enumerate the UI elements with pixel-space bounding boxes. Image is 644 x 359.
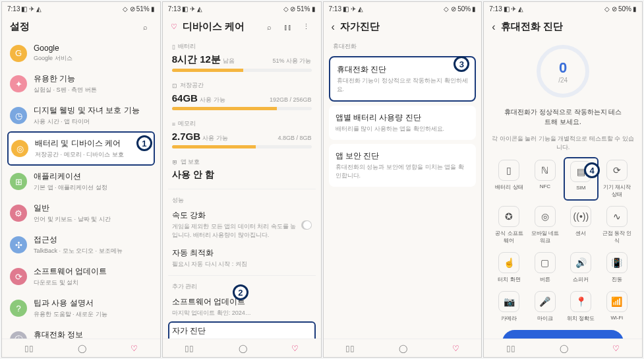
settings-item-sub: 저장공간 · 메모리 · 디바이스 보호 bbox=[35, 150, 151, 159]
diag-icon-label: 센서 bbox=[575, 230, 586, 237]
search-icon[interactable]: ⌕ bbox=[263, 23, 276, 31]
callout-2: 2 bbox=[233, 284, 249, 300]
header: ‹ 자가진단 bbox=[324, 15, 482, 38]
settings-item[interactable]: ◷디지털 웰빙 및 자녀 보호 기능사용 시간 · 앱 타이머 bbox=[7, 100, 155, 131]
settings-item-sub: Google 서비스 bbox=[34, 54, 152, 63]
back-icon[interactable]: ‹ bbox=[492, 21, 495, 33]
settings-item-icon: ◎ bbox=[11, 140, 28, 157]
nav-recent-icon[interactable]: ▯▯ bbox=[345, 344, 355, 353]
diag-icon-label: 근접 동작 인식 bbox=[601, 230, 633, 244]
settings-item-sub: 기본 앱 · 애플리케이션 설정 bbox=[34, 183, 152, 192]
settings-item[interactable]: ⟳소프트웨어 업데이트다운로드 및 설치 bbox=[7, 261, 155, 292]
diag-icon-cell[interactable]: ∿근접 동작 인식 bbox=[600, 203, 634, 247]
diag-icon-label: 배터리 상태 bbox=[495, 183, 523, 191]
status-battery: 51% bbox=[136, 5, 150, 13]
nav-home-icon[interactable]: ◯ bbox=[399, 344, 407, 353]
start-all-button[interactable]: 전체 진단 시작 bbox=[502, 330, 624, 339]
navbar: ▯▯ ◯ ♡ bbox=[163, 339, 321, 357]
settings-item[interactable]: ✣접근성TalkBack · 모노 오디오 · 보조메뉴 bbox=[7, 229, 155, 261]
nav-back-icon[interactable]: ♡ bbox=[291, 344, 299, 353]
diag-icon-label: 카메라 bbox=[501, 315, 517, 322]
nav-recent-icon[interactable]: ▯▯ bbox=[506, 344, 515, 353]
settings-item-icon: ⊞ bbox=[10, 173, 27, 190]
nav-home-icon[interactable]: ◯ bbox=[560, 344, 568, 353]
diag-icon-cell[interactable]: ☝터치 화면 bbox=[492, 249, 526, 286]
settings-item-label: 팁과 사용 설명서 bbox=[34, 298, 152, 309]
navbar: ▯▯ ◯ ♡ bbox=[324, 339, 482, 357]
settings-item[interactable]: ◎배터리 및 디바이스 케어저장공간 · 메모리 · 디바이스 보호 bbox=[7, 131, 155, 166]
search-icon[interactable]: ⌕ bbox=[139, 23, 152, 31]
settings-item[interactable]: ⊞애플리케이션기본 앱 · 애플리케이션 설정 bbox=[7, 166, 155, 197]
diag-icon-cell[interactable]: 📳진동 bbox=[600, 249, 634, 286]
diag-icon-cell[interactable]: ✪공식 소프트웨어 bbox=[492, 203, 526, 247]
diag-icon-cell[interactable]: 🔊스피커 bbox=[564, 249, 598, 286]
diag-app-security[interactable]: 앱 보안 진단 휴대전화의 성능과 보안에 영향을 미치는 앱을 확인합니다. bbox=[329, 144, 477, 187]
settings-item-icon: ✦ bbox=[10, 75, 27, 92]
header: ‹ 휴대전화 진단 bbox=[484, 15, 642, 38]
settings-item[interactable]: ⚙일반언어 및 키보드 · 날짜 및 시간 bbox=[7, 197, 155, 229]
diag-glyph-icon: 🔊 bbox=[570, 252, 591, 273]
settings-item[interactable]: ?팁과 사용 설명서유용한 도움말 · 새로운 기능 bbox=[7, 292, 155, 324]
screen-settings: 7:13 ◧ ✈ ◭ ◇ ⊘ 51% ▮ 설정 ⌕ GGoogleGoogle … bbox=[1, 1, 161, 358]
diag-glyph-icon: ☝ bbox=[498, 252, 519, 273]
metric-memory[interactable]: 2.7GB 사용 가능 4.8GB / 8GB bbox=[168, 129, 316, 154]
metric-protect[interactable]: 사용 안 함 bbox=[168, 168, 316, 186]
page-title: 설정 bbox=[10, 20, 134, 33]
settings-item-icon: ◷ bbox=[10, 107, 27, 124]
settings-item[interactable]: ⓘ휴대전화 정보상태 · 법률 정보 · 휴대전화 이름 bbox=[7, 324, 155, 339]
nav-recent-icon[interactable]: ▯▯ bbox=[24, 344, 34, 353]
nav-back-icon[interactable]: ♡ bbox=[452, 344, 459, 353]
diag-icon-cell[interactable]: 📍위치 정확도 bbox=[564, 288, 598, 325]
section-memory: ≡ 메모리 bbox=[168, 115, 316, 129]
header: ♡ 디바이스 케어 ⌕ ⫿⫿ ⋮ bbox=[163, 15, 321, 38]
settings-item-sub: 유용한 도움말 · 새로운 기능 bbox=[34, 310, 152, 319]
diag-glyph-icon: 🎤 bbox=[535, 291, 556, 312]
diag-glyph-icon: ◎ bbox=[535, 206, 556, 227]
status-time: 7:13 bbox=[7, 5, 20, 13]
diag-icon-cell[interactable]: 📶Wi-Fi bbox=[600, 288, 634, 325]
settings-item-sub: 다운로드 및 설치 bbox=[34, 278, 152, 287]
diag-battery-per-app[interactable]: 앱별 배터리 사용량 진단 배터리를 많이 사용하는 앱을 확인하세요. bbox=[329, 106, 477, 140]
nav-back-icon[interactable]: ♡ bbox=[612, 344, 620, 353]
settings-item[interactable]: ✦유용한 기능실험실 · S펜 · 측면 버튼 bbox=[7, 68, 155, 100]
navbar: ▯▯ ◯ ♡ bbox=[484, 339, 642, 357]
page-title: 휴대전화 진단 bbox=[501, 20, 634, 33]
settings-item-icon: ⓘ bbox=[10, 331, 27, 339]
diag-icon-cell[interactable]: ◎모바일 네트워크 bbox=[528, 203, 562, 247]
metric-battery[interactable]: 8시간 12분 남음 51% 사용 가능 bbox=[168, 52, 316, 77]
diag-icon-label: Wi-Fi bbox=[610, 315, 623, 321]
diag-icon-cell[interactable]: 📷카메라 bbox=[492, 288, 526, 325]
nav-recent-icon[interactable]: ▯▯ bbox=[185, 344, 194, 353]
nav-home-icon[interactable]: ◯ bbox=[78, 344, 86, 353]
settings-item-icon: ? bbox=[10, 300, 27, 317]
perf-auto-optimize[interactable]: 자동 최적화 필요시 자동 다시 시작 : 켜짐 bbox=[168, 244, 316, 273]
settings-item-icon: ⚙ bbox=[10, 205, 27, 222]
diag-glyph-icon: 📷 bbox=[498, 291, 519, 312]
settings-item-label: 소프트웨어 업데이트 bbox=[34, 266, 152, 277]
nav-back-icon[interactable]: ♡ bbox=[131, 344, 138, 353]
diag-glyph-icon: 📶 bbox=[606, 291, 628, 312]
toggle-speed-boost[interactable] bbox=[301, 220, 311, 230]
diag-icon-cell[interactable]: ⟳기기 재시작 상태 bbox=[600, 157, 634, 201]
diag-icon-cell[interactable]: 🎤마이크 bbox=[528, 288, 562, 325]
nav-home-icon[interactable]: ◯ bbox=[239, 344, 247, 353]
metric-storage[interactable]: 64GB 사용 가능 192GB / 256GB bbox=[168, 91, 316, 115]
diag-icon-cell[interactable]: ▢버튼 bbox=[528, 249, 562, 286]
diag-icon-cell[interactable]: ℕNFC bbox=[528, 157, 562, 201]
diag-icon-label: 터치 화면 bbox=[498, 276, 520, 283]
section-performance: 성능 bbox=[168, 192, 316, 206]
diag-icon-cell[interactable]: ▯배터리 상태 bbox=[492, 157, 526, 201]
back-icon[interactable]: ‹ bbox=[332, 21, 335, 33]
statusbar: 7:13 ◧ ✈ ◭ ◇ ⊘ 51% ▮ bbox=[163, 2, 321, 15]
section-phone: 휴대전화 bbox=[329, 38, 477, 52]
settings-item[interactable]: GGoogleGoogle 서비스 bbox=[7, 38, 155, 68]
diag-icon-label: 기기 재시작 상태 bbox=[601, 183, 633, 198]
settings-item-label: 접근성 bbox=[34, 234, 152, 245]
chart-icon[interactable]: ⫿⫿ bbox=[281, 23, 295, 31]
perf-speed-boost[interactable]: 속도 강화 게임을 제외한 모든 앱의 데이터 처리 속도를 높입니다. 배터리… bbox=[168, 206, 316, 244]
extra-self-diagnosis[interactable]: 자가 진단 터치 화면, 센서, 충전 등 bbox=[168, 321, 316, 339]
diag-icon-cell[interactable]: ((•))센서 bbox=[564, 203, 598, 247]
diag-icon-label: 위치 정확도 bbox=[567, 315, 595, 322]
settings-item-icon: G bbox=[10, 45, 27, 62]
more-icon[interactable]: ⋮ bbox=[300, 22, 313, 31]
